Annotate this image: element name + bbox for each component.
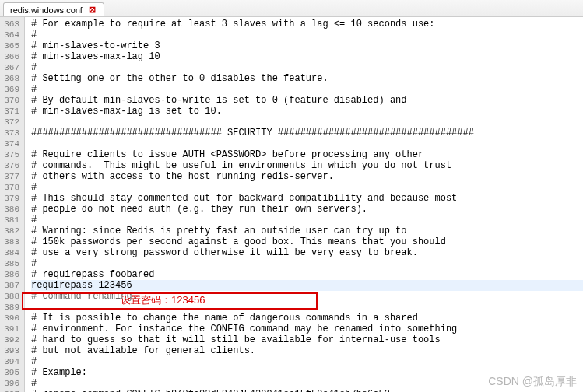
line-number: 371 bbox=[3, 106, 19, 117]
code-line[interactable]: # rename-command CONFIG b840fc02d5240454… bbox=[31, 389, 583, 392]
code-line[interactable]: # others with access to the host running… bbox=[31, 171, 583, 182]
line-number: 367 bbox=[3, 62, 19, 73]
line-number: 365 bbox=[3, 40, 19, 51]
code-line[interactable]: # bbox=[31, 378, 583, 389]
code-line[interactable]: ################################## SECUR… bbox=[31, 128, 583, 138]
line-number: 393 bbox=[3, 345, 19, 356]
line-number: 364 bbox=[3, 30, 19, 40]
code-line[interactable]: # Require clients to issue AUTH <PASSWOR… bbox=[31, 149, 583, 160]
line-number: 377 bbox=[3, 171, 19, 182]
line-number: 378 bbox=[3, 182, 19, 193]
code-line[interactable]: # For example to require at least 3 slav… bbox=[31, 19, 583, 30]
line-number: 372 bbox=[3, 117, 19, 128]
line-number: 391 bbox=[3, 324, 19, 334]
line-number: 375 bbox=[3, 149, 19, 160]
code-line[interactable]: # This should stay commented out for bac… bbox=[31, 193, 583, 204]
line-number: 370 bbox=[3, 95, 19, 106]
code-line[interactable]: # bbox=[31, 84, 583, 95]
file-tab[interactable]: redis.windows.conf ⊠ bbox=[3, 2, 104, 16]
code-line[interactable]: # bbox=[31, 62, 583, 73]
line-number: 390 bbox=[3, 313, 19, 324]
code-line[interactable]: # bbox=[31, 30, 583, 40]
code-line[interactable] bbox=[31, 302, 583, 313]
code-line[interactable]: # 150k passwords per second against a go… bbox=[31, 236, 583, 247]
line-number: 369 bbox=[3, 84, 19, 95]
code-line[interactable]: # bbox=[31, 258, 583, 269]
code-line[interactable] bbox=[31, 138, 583, 149]
code-line[interactable]: # min-slaves-max-lag 10 bbox=[31, 51, 583, 62]
code-line[interactable]: # use a very strong password otherwise i… bbox=[31, 247, 583, 258]
code-line[interactable]: # min-slaves-max-lag is set to 10. bbox=[31, 106, 583, 117]
code-line[interactable]: # hard to guess so that it will still be… bbox=[31, 334, 583, 345]
code-line[interactable]: # requirepass foobared bbox=[31, 269, 583, 280]
code-line[interactable]: # commands. This might be useful in envi… bbox=[31, 160, 583, 171]
line-number: 376 bbox=[3, 160, 19, 171]
line-number: 386 bbox=[3, 269, 19, 280]
code-line[interactable]: # Setting one or the other to 0 disables… bbox=[31, 73, 583, 84]
line-number: 394 bbox=[3, 356, 19, 367]
line-number: 363 bbox=[3, 19, 19, 30]
code-line[interactable]: # By default min-slaves-to-write is set … bbox=[31, 95, 583, 106]
code-line[interactable]: # bbox=[31, 182, 583, 193]
line-number: 392 bbox=[3, 334, 19, 345]
code-line[interactable]: # bbox=[31, 215, 583, 226]
line-number: 387 bbox=[3, 280, 19, 291]
line-number: 381 bbox=[3, 215, 19, 226]
tab-bar: redis.windows.conf ⊠ bbox=[0, 0, 583, 17]
code-line[interactable]: # Example: bbox=[31, 367, 583, 378]
line-number: 384 bbox=[3, 247, 19, 258]
code-line[interactable] bbox=[31, 117, 583, 128]
code-line[interactable]: # but not available for general clients. bbox=[31, 345, 583, 356]
line-number: 388 bbox=[3, 291, 19, 302]
line-number: 379 bbox=[3, 193, 19, 204]
line-number-gutter: 3633643653663673683693703713723733743753… bbox=[0, 17, 25, 392]
code-line[interactable]: # bbox=[31, 356, 583, 367]
editor-area[interactable]: 3633643653663673683693703713723733743753… bbox=[0, 17, 583, 392]
code-line[interactable]: # Warning: since Redis is pretty fast an… bbox=[31, 226, 583, 236]
code-content[interactable]: # For example to require at least 3 slav… bbox=[25, 17, 583, 392]
line-number: 380 bbox=[3, 204, 19, 215]
line-number: 366 bbox=[3, 51, 19, 62]
line-number: 396 bbox=[3, 378, 19, 389]
line-number: 382 bbox=[3, 226, 19, 236]
line-number: 385 bbox=[3, 258, 19, 269]
code-line[interactable]: # people do not need auth (e.g. they run… bbox=[31, 204, 583, 215]
close-icon[interactable]: ⊠ bbox=[87, 5, 97, 15]
line-number: 374 bbox=[3, 138, 19, 149]
code-line[interactable]: requirepass 123456 bbox=[31, 280, 583, 291]
line-number: 389 bbox=[3, 302, 19, 313]
line-number: 373 bbox=[3, 128, 19, 138]
line-number: 383 bbox=[3, 236, 19, 247]
code-line[interactable]: # min-slaves-to-write 3 bbox=[31, 40, 583, 51]
code-line[interactable]: # Command renaming. bbox=[31, 291, 583, 302]
code-line[interactable]: # environment. For instance the CONFIG c… bbox=[31, 324, 583, 334]
tab-title: redis.windows.conf bbox=[10, 5, 83, 15]
code-line[interactable]: # It is possible to change the name of d… bbox=[31, 313, 583, 324]
line-number: 397 bbox=[3, 389, 19, 392]
line-number: 395 bbox=[3, 367, 19, 378]
line-number: 368 bbox=[3, 73, 19, 84]
